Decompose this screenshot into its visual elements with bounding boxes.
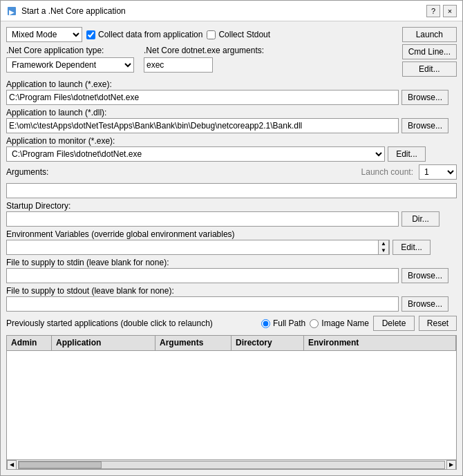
app-monitor-label: Application to monitor (*.exe):	[6, 136, 115, 146]
horizontal-scrollbar: ◀ ▶	[7, 459, 456, 469]
previously-label: Previously started applications (double …	[6, 318, 213, 328]
image-name-radio[interactable]	[310, 319, 319, 328]
app-monitor-dropdown[interactable]: C:\Program Files\dotnet\dotNet.exe	[6, 146, 385, 162]
image-name-label: Image Name	[321, 318, 369, 328]
collect-stdout-checkbox-label[interactable]: Collect Stdout	[207, 30, 270, 39]
collect-data-label: Collect data from application	[98, 30, 202, 39]
arguments-input-row	[6, 183, 457, 198]
app-launch-exe-input[interactable]	[6, 90, 399, 105]
close-button[interactable]: ×	[443, 5, 457, 17]
arguments-row: Arguments: Launch count: 123	[6, 164, 457, 180]
scroll-thumb[interactable]	[19, 461, 102, 468]
full-path-radio[interactable]	[261, 319, 270, 328]
app-launch-exe-label: Application to launch (*.exe):	[6, 79, 112, 89]
app-launch-dll-section: Application to launch (*.dll): Browse...	[6, 108, 457, 133]
delete-button[interactable]: Delete	[373, 316, 415, 331]
launch-button[interactable]: Launch	[402, 27, 457, 42]
startup-dir-section: Startup Directory: Dir...	[6, 201, 457, 227]
collect-stdout-label: Collect Stdout	[218, 30, 270, 39]
previously-table: Admin Application Arguments Directory En…	[6, 335, 457, 470]
scroll-track	[18, 461, 445, 469]
app-launch-dll-input[interactable]	[6, 118, 399, 133]
env-spinner-up[interactable]: ▲	[379, 240, 388, 247]
dotnet-args-input[interactable]	[144, 57, 213, 73]
stdout-label: File to supply to stdout (leave blank fo…	[6, 286, 174, 296]
col-admin: Admin	[7, 336, 52, 350]
browse-stdout-button[interactable]: Browse...	[401, 296, 448, 312]
help-button[interactable]: ?	[426, 5, 440, 17]
edit-top-button[interactable]: Edit...	[402, 61, 457, 77]
app-launch-dll-label: Application to launch (*.dll):	[6, 108, 106, 117]
main-window: ▶ Start a .Net Core application ? × Mixe…	[0, 0, 463, 476]
scroll-left-button[interactable]: ◀	[7, 460, 17, 470]
scroll-right-button[interactable]: ▶	[446, 460, 456, 470]
dotnet-type-row: .Net Core application type: Framework De…	[6, 44, 399, 73]
col-environment: Environment	[304, 336, 456, 350]
browse-exe-button[interactable]: Browse...	[401, 90, 448, 105]
dotnet-args-label: .Net Core dotnet.exe arguments:	[144, 46, 264, 55]
window-title: Start a .Net Core application	[21, 6, 126, 16]
startup-dir-label: Startup Directory:	[6, 201, 70, 211]
env-vars-input[interactable]	[7, 240, 378, 254]
launch-count-select[interactable]: 123	[419, 164, 457, 180]
cmd-line-button[interactable]: Cmd Line...	[402, 44, 457, 59]
env-spinner: ▲ ▼	[378, 240, 389, 255]
main-content: Mixed Mode Collect data from application…	[1, 21, 462, 475]
arguments-input[interactable]	[6, 183, 457, 198]
env-spinner-down[interactable]: ▼	[379, 247, 388, 254]
image-name-radio-label[interactable]: Image Name	[310, 318, 369, 328]
col-arguments: Arguments	[155, 336, 232, 350]
browse-stdin-button[interactable]: Browse...	[401, 268, 448, 283]
collect-data-checkbox-label[interactable]: Collect data from application	[86, 30, 202, 39]
mode-dropdown[interactable]: Mixed Mode	[6, 27, 82, 42]
table-body	[7, 351, 456, 459]
stdout-section: File to supply to stdout (leave blank fo…	[6, 286, 457, 312]
app-type-label: .Net Core application type:	[6, 46, 134, 55]
app-type-dropdown[interactable]: Framework Dependent	[6, 57, 134, 73]
stdin-label: File to supply to stdin (leave blank for…	[6, 258, 169, 267]
stdout-input[interactable]	[6, 296, 399, 312]
full-path-radio-label[interactable]: Full Path	[261, 318, 305, 328]
startup-dir-input[interactable]	[6, 211, 399, 227]
launch-count-label: Launch count:	[361, 167, 413, 177]
app-launch-exe-section: Application to launch (*.exe): Browse...	[6, 79, 457, 105]
col-application: Application	[52, 336, 155, 350]
app-icon: ▶	[6, 6, 17, 17]
browse-dll-button[interactable]: Browse...	[401, 118, 448, 133]
full-path-label: Full Path	[273, 318, 305, 328]
arguments-label: Arguments:	[6, 167, 48, 177]
reset-button[interactable]: Reset	[419, 316, 457, 331]
col-directory: Directory	[232, 336, 304, 350]
mode-row: Mixed Mode Collect data from application…	[6, 27, 399, 42]
title-bar: ▶ Start a .Net Core application ? ×	[1, 1, 462, 21]
previously-row: Previously started applications (double …	[6, 316, 457, 331]
dir-button[interactable]: Dir...	[401, 211, 440, 227]
edit-env-button[interactable]: Edit...	[393, 240, 431, 255]
svg-text:▶: ▶	[9, 8, 15, 16]
env-vars-section: Environment Variables (override global e…	[6, 229, 457, 255]
stdin-input[interactable]	[6, 268, 399, 283]
launch-buttons: Launch Cmd Line... Edit...	[402, 27, 457, 77]
stdin-section: File to supply to stdin (leave blank for…	[6, 258, 457, 283]
app-monitor-section: Application to monitor (*.exe): C:\Progr…	[6, 136, 457, 162]
edit-monitor-button[interactable]: Edit...	[388, 146, 426, 162]
table-header: Admin Application Arguments Directory En…	[7, 336, 456, 351]
top-row: Mixed Mode Collect data from application…	[6, 27, 457, 77]
collect-stdout-checkbox[interactable]	[207, 30, 216, 39]
env-vars-label: Environment Variables (override global e…	[6, 229, 235, 239]
collect-data-checkbox[interactable]	[86, 30, 95, 39]
